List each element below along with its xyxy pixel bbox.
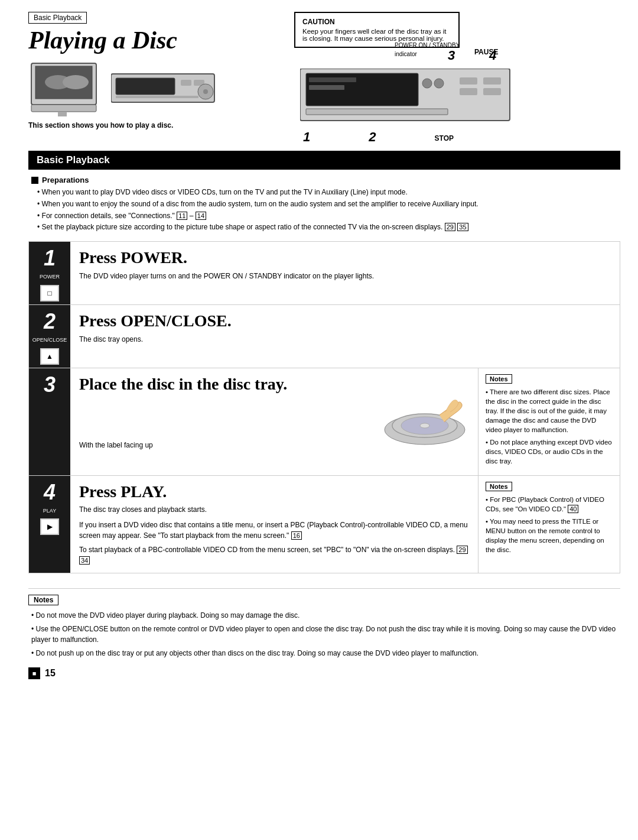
svg-rect-5	[58, 112, 67, 116]
bottom-note-1: Do not move the DVD video player during …	[31, 610, 620, 621]
step-4-desc-1: The disc tray closes and playback starts…	[79, 504, 469, 515]
front-panel-svg	[300, 69, 513, 125]
prep-item-3: For connection details, see "Connections…	[37, 211, 617, 221]
page-number: 15	[45, 668, 56, 679]
prep-item-2: When you want to enjoy the sound of a di…	[37, 199, 617, 209]
step-3-note-2: Do not place anything except DVD video d…	[486, 437, 613, 466]
step-1-row: 1 POWER □ Press POWER. The DVD video pla…	[29, 242, 620, 305]
step-1-icon-box: □	[40, 285, 59, 301]
step-4-note-1: For PBC (Playback Control) of VIDEO CDs,…	[486, 495, 613, 514]
step-3-row: 3 Place the disc in the disc tray. With …	[29, 368, 620, 476]
svg-point-27	[420, 423, 429, 428]
step-2-number: 2	[44, 311, 56, 332]
svg-point-11	[203, 89, 208, 94]
step-3-desc: With the label facing up	[79, 440, 153, 450]
prep-square-icon	[31, 177, 38, 184]
preparations-section: Preparations When you want to play DVD v…	[28, 176, 620, 232]
bottom-notes-title: Notes	[28, 595, 58, 605]
svg-rect-23	[483, 88, 501, 95]
step-4-row: 4 PLAY ▶ Press PLAY. The disc tray close…	[29, 476, 620, 573]
step-3-number-col: 3	[29, 368, 70, 475]
svg-point-3	[63, 75, 89, 89]
step-2-content: Press OPEN/CLOSE. The disc tray opens.	[70, 305, 620, 368]
section-title: Basic Playback	[28, 151, 620, 170]
step-4-number-col: 4 PLAY ▶	[29, 476, 70, 573]
step-4-desc-2: If you insert a DVD video disc that cont…	[79, 520, 469, 541]
step-2-number-col: 2 OPEN/CLOSE ▲	[29, 305, 70, 368]
breadcrumb: Basic Playback	[28, 12, 87, 24]
step-2-row: 2 OPEN/CLOSE ▲ Press OPEN/CLOSE. The dis…	[29, 305, 620, 368]
bottom-notes-section: Notes Do not move the DVD video player d…	[28, 588, 620, 659]
svg-rect-12	[116, 96, 198, 98]
step-2-action: Press OPEN/CLOSE.	[79, 312, 611, 330]
step-1-number: 1	[44, 248, 56, 269]
num3-label: 3	[448, 48, 455, 63]
page-num-rect: ■	[28, 667, 40, 679]
bottom-notes-list: Do not move the DVD video player during …	[28, 610, 620, 659]
step-1-number-col: 1 POWER □	[29, 242, 70, 304]
svg-rect-22	[483, 77, 501, 85]
preparations-title: Preparations	[31, 176, 617, 184]
step-3-notes: Notes There are two different disc sizes…	[478, 368, 620, 475]
stop-label: STOP	[435, 134, 454, 145]
prep-item-1: When you want to play DVD video discs or…	[37, 187, 617, 197]
preparations-list: When you want to play DVD video discs or…	[31, 187, 617, 232]
svg-point-17	[422, 79, 432, 88]
step-4-icon-box: ▶	[40, 518, 59, 535]
step-4-note-2: You may need to press the TITLE or MENU …	[486, 517, 613, 554]
bottom-note-3: Do not push up on the disc tray or put a…	[31, 648, 620, 659]
step-1-icon-label: POWER	[40, 274, 60, 280]
step-1-desc: The DVD video player turns on and the PO…	[79, 271, 611, 281]
step-4-number: 4	[44, 482, 56, 503]
num1-label: 1	[303, 129, 310, 145]
step-4-notes-title: Notes	[486, 482, 512, 491]
tv-illustration	[28, 60, 105, 116]
step-4-notes: Notes For PBC (Playback Control) of VIDE…	[478, 476, 620, 573]
prep-item-4: Set the playback picture size according …	[37, 222, 617, 232]
step-2-icon-box: ▲	[40, 348, 59, 365]
svg-rect-20	[460, 77, 477, 85]
step-4-content: Press PLAY. The disc tray closes and pla…	[70, 476, 478, 573]
svg-rect-7	[116, 78, 175, 95]
step-3-notes-title: Notes	[486, 374, 512, 384]
svg-rect-16	[309, 85, 344, 90]
svg-rect-19	[306, 109, 448, 115]
caution-title: CAUTION	[302, 18, 451, 26]
step-4-action: Press PLAY.	[79, 483, 469, 501]
step-3-number: 3	[44, 374, 56, 395]
page-title: Playing a Disc	[28, 26, 276, 54]
svg-rect-21	[460, 88, 477, 95]
steps-container: 1 POWER □ Press POWER. The DVD video pla…	[28, 241, 620, 573]
step-4-notes-list: For PBC (Playback Control) of VIDEO CDs,…	[486, 495, 613, 555]
step-4-icon-label: PLAY	[43, 508, 56, 514]
bottom-note-2: Use the OPEN/CLOSE button on the remote …	[31, 624, 620, 645]
caution-text: Keep your fingers well clear of the disc…	[302, 28, 451, 42]
step-3-notes-list: There are two different disc sizes. Plac…	[486, 387, 613, 466]
device-diagram: POWER ON / STANDBY indicator 3 PAUSE 4	[294, 69, 620, 145]
page-number-area: ■ 15	[28, 667, 620, 679]
step-3-content: Place the disc in the disc tray. With th…	[70, 368, 478, 475]
step-3-action: Place the disc in the disc tray.	[79, 375, 469, 394]
section-caption: This section shows you how to play a dis…	[28, 121, 276, 129]
step-4-desc-3: To start playback of a PBC-controllable …	[79, 544, 469, 566]
svg-point-18	[434, 79, 444, 88]
num2-label: 2	[369, 129, 376, 145]
disc-illustration	[380, 397, 469, 450]
indicator-label: indicator	[395, 51, 417, 57]
dvd-player-illustration	[111, 71, 220, 106]
svg-rect-8	[181, 80, 191, 86]
step-3-note-1: There are two different disc sizes. Plac…	[486, 387, 613, 434]
num4-label: 4	[489, 48, 496, 63]
step-1-content: Press POWER. The DVD video player turns …	[70, 242, 620, 304]
svg-rect-15	[309, 77, 356, 82]
step-2-icon-label: OPEN/CLOSE	[32, 337, 67, 343]
step-2-desc: The disc tray opens.	[79, 334, 611, 345]
step-1-action: Press POWER.	[79, 249, 611, 267]
svg-rect-4	[31, 105, 96, 112]
